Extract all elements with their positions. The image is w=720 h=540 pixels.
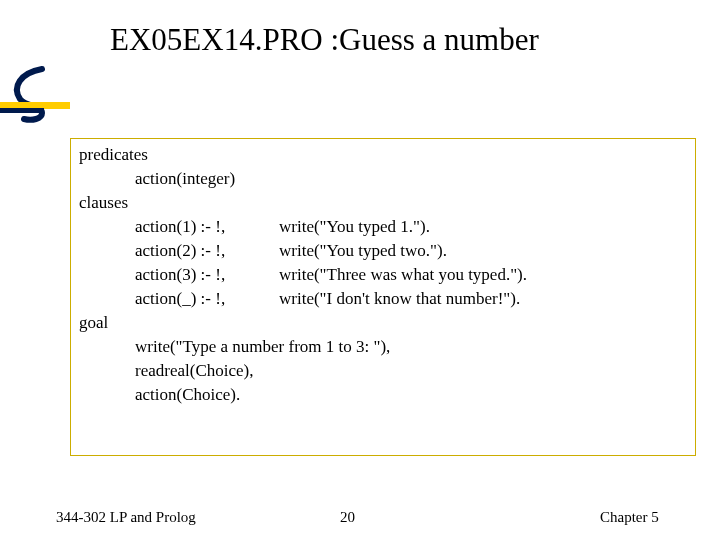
clause-head: action(3) :- !, [135,263,279,287]
clause-head: action(_) :- !, [135,287,279,311]
goal-line: action(Choice). [79,383,687,407]
slide-title: EX05EX14.PRO :Guess a number [110,22,539,58]
accent-bar-navy [0,108,44,113]
goal-line: write("Type a number from 1 to 3: "), [79,335,687,359]
keyword-goal: goal [79,311,687,335]
clause-body: write("I don't know that number!"). [279,287,687,311]
code-box: predicates action(integer) clauses actio… [70,138,696,456]
predicates-declaration: action(integer) [79,167,687,191]
clause-head: action(1) :- !, [135,215,279,239]
clause-body: write("Three was what you typed."). [279,263,687,287]
clause-row: action(2) :- !, write("You typed two."). [79,239,687,263]
clause-body: write("You typed 1."). [279,215,687,239]
keyword-clauses: clauses [79,191,687,215]
clause-body: write("You typed two."). [279,239,687,263]
goal-line: readreal(Choice), [79,359,687,383]
clause-row: action(3) :- !, write("Three was what yo… [79,263,687,287]
footer: 344-302 LP and Prolog 20 Chapter 5 [0,509,720,526]
clause-row: action(_) :- !, write("I don't know that… [79,287,687,311]
keyword-predicates: predicates [79,143,687,167]
footer-page-number: 20 [340,509,600,526]
clause-row: action(1) :- !, write("You typed 1."). [79,215,687,239]
clause-head: action(2) :- !, [135,239,279,263]
decorative-swoosh-icon [2,65,58,127]
footer-course: 344-302 LP and Prolog [0,509,340,526]
footer-chapter: Chapter 5 [600,509,720,526]
slide: EX05EX14.PRO :Guess a number predicates … [0,0,720,540]
